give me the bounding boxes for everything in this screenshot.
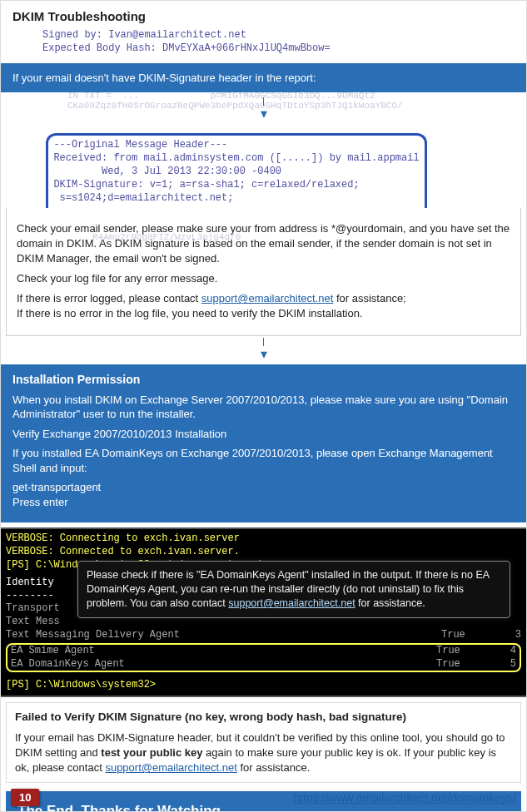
content-box-check-sender: Check your email sender, please make sur… bbox=[6, 208, 521, 336]
snippet-line: DKIM-Signature: v=1; a=rsa-sha1; c=relax… bbox=[53, 179, 359, 191]
snippet-line: Received: from mail.adminsystem.com ([..… bbox=[53, 152, 419, 164]
paragraph: Check your email sender, please make sur… bbox=[17, 221, 510, 267]
banner-heading: Installation Permission bbox=[12, 373, 515, 386]
text: True bbox=[436, 645, 460, 658]
bg-faded-text: R4Amu2r9Og8FIZ/WzvL3ajg4q/0 bbox=[92, 232, 241, 242]
banner-text: If your email doesn't have DKIM-Signatur… bbox=[12, 72, 316, 84]
term-line: [PS] C:\Windows\system32> bbox=[6, 679, 521, 692]
paragraph: If your email has DKIM-Signature header,… bbox=[15, 730, 512, 776]
text: EA Smime Agent bbox=[11, 645, 95, 658]
footer: 10 https://www.emailarchitect.net/domain… bbox=[1, 789, 526, 806]
text: True bbox=[436, 658, 460, 671]
bg-faded-text: IN TXT = ... p=MIGfMA0GCSqGSIb3DQ...9DMa… bbox=[67, 91, 403, 111]
text: for assistance. bbox=[237, 761, 310, 774]
text: Text Messaging Delivery Agent bbox=[6, 629, 180, 642]
paragraph: get-transportagent Press enter bbox=[12, 480, 515, 509]
snippet-line: Signed by: Ivan@emailarchitect.net bbox=[42, 29, 246, 41]
section-failed-verify: Failed to Verify DKIM Signature (no key,… bbox=[6, 702, 521, 783]
support-email-link[interactable]: support@emailarchitect.net bbox=[228, 597, 355, 609]
section-heading: Failed to Verify DKIM Signature (no key,… bbox=[15, 710, 512, 725]
term-line: VERBOSE: Connected to exch.ivan.server. bbox=[6, 546, 521, 559]
page-number: 10 bbox=[11, 789, 39, 806]
text: for assistance. bbox=[355, 597, 425, 609]
banner-install-permission: Installation Permission When you install… bbox=[1, 364, 526, 523]
text: 5 bbox=[510, 658, 516, 671]
text: EA DomainKeys Agent bbox=[11, 658, 125, 671]
footer-link[interactable]: https://www.emailarchitect.net/domainkey… bbox=[293, 791, 516, 805]
snippet-line: ---Original Message Header--- bbox=[53, 139, 227, 151]
snippet-line: Wed, 3 Jul 2013 22:30:00 -0400 bbox=[53, 166, 281, 177]
support-email-link[interactable]: support@emailarchitect.net bbox=[105, 761, 236, 774]
paragraph: If you installed EA DomainKeys on Exchan… bbox=[12, 446, 515, 475]
code-snippet-header: ---Original Message Header--- Received: … bbox=[1, 119, 526, 207]
term-prompt: [PS] C:\Windows\system32> bbox=[6, 679, 156, 691]
paragraph: When you install DKIM on Exchange Server… bbox=[12, 393, 515, 422]
page-title: DKIM Troubleshooting bbox=[1, 1, 526, 28]
term-row: EA Smime Agent True4 bbox=[11, 645, 516, 658]
text: Press enter bbox=[12, 496, 67, 508]
paragraph: Verify Exchange 2007/2010/2013 Installat… bbox=[12, 427, 515, 442]
text: If there is no error in the log file, yo… bbox=[17, 307, 363, 319]
text-bold: test your public key bbox=[101, 746, 202, 759]
paragraph: If there is error logged, please contact… bbox=[17, 291, 510, 321]
code-snippet-top: Signed by: Ivan@emailarchitect.net Expec… bbox=[1, 28, 526, 55]
text: True bbox=[441, 629, 465, 642]
term-row: Text Messaging Delivery Agent True3 bbox=[6, 629, 521, 642]
terminal-overlay-note: Please check if there is "EA DomainKeys … bbox=[77, 561, 510, 618]
text: get-transportagent bbox=[12, 481, 101, 493]
support-email-link[interactable]: support@emailarchitect.net bbox=[201, 292, 333, 304]
text: If there is error logged, please contact bbox=[17, 292, 201, 304]
term-line: VERBOSE: Connecting to exch.ivan.server bbox=[6, 532, 521, 546]
text: 4 bbox=[510, 645, 516, 658]
paragraph: Check your log file for any error messag… bbox=[17, 271, 510, 286]
snippet-line: s=s1024;d=emailarchitect.net; bbox=[53, 192, 233, 204]
terminal-output: VERBOSE: Connecting to exch.ivan.server … bbox=[1, 527, 526, 697]
banner-no-dkim-sig: If your email doesn't have DKIM-Signatur… bbox=[1, 63, 526, 92]
text: 3 bbox=[515, 629, 521, 642]
term-row: EA DomainKeys Agent True5 bbox=[11, 658, 516, 671]
term-highlight: EA Smime Agent True4 EA DomainKeys Agent… bbox=[6, 643, 521, 672]
highlight-frame: ---Original Message Header--- Received: … bbox=[46, 133, 426, 208]
snippet-line: Expected Body Hash: DMvEYXaA+066rHNxJlUQ… bbox=[42, 42, 331, 54]
text: for assistance; bbox=[333, 292, 405, 304]
arrow-icon bbox=[1, 338, 526, 361]
